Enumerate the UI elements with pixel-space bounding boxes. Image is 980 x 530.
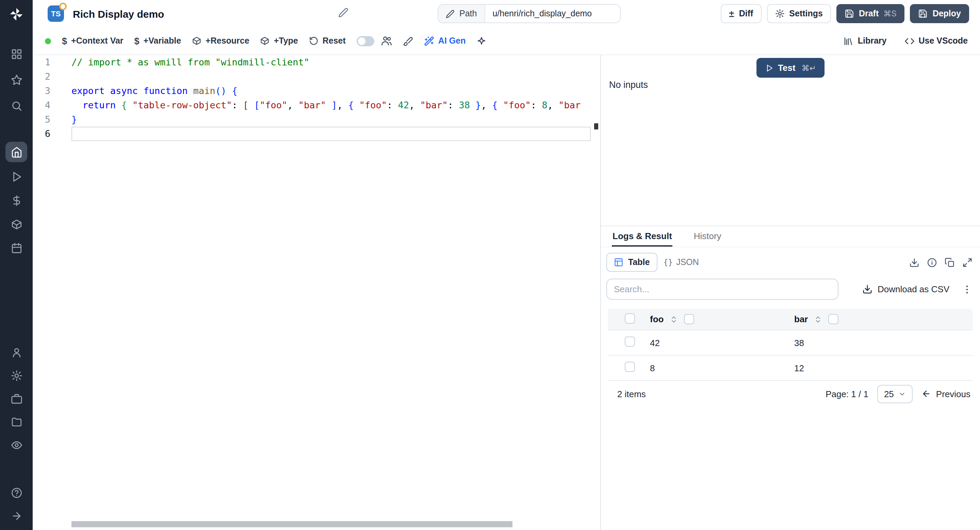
typescript-badge: TS: [48, 5, 64, 22]
add-context-var-button[interactable]: $ +Context Var: [62, 36, 124, 46]
more-options-icon[interactable]: [962, 284, 972, 295]
select-all-checkbox[interactable]: [625, 313, 635, 323]
gutter: 123456: [33, 55, 50, 141]
cell-foo: 8: [640, 363, 785, 373]
horizontal-scrollbar[interactable]: [72, 521, 512, 527]
table-row[interactable]: 8 12: [608, 356, 972, 381]
add-resource-button[interactable]: +Resource: [192, 36, 250, 46]
edit-summary-icon[interactable]: [338, 8, 348, 18]
path-control[interactable]: Path u/henri/rich_display_demo: [438, 4, 620, 23]
vscode-icon: [904, 36, 914, 46]
ai-gen-button[interactable]: AI Gen: [424, 36, 466, 46]
wand-icon: [424, 36, 434, 46]
apps-icon[interactable]: [5, 44, 27, 64]
reset-icon: [309, 36, 318, 46]
view-toggle-table[interactable]: Table: [606, 253, 657, 272]
test-button[interactable]: Test ⌘↵: [756, 58, 825, 78]
add-variable-button[interactable]: $ +Variable: [134, 36, 181, 46]
favorites-star-icon[interactable]: [5, 69, 27, 90]
diff-label: Diff: [739, 9, 753, 18]
result-table: foo bar: [608, 309, 972, 407]
path-label: Path: [460, 9, 477, 18]
sort-icon[interactable]: [670, 315, 678, 323]
search-icon[interactable]: [5, 95, 27, 116]
sidebar-item-settings[interactable]: [5, 365, 27, 386]
code-editor[interactable]: 123456 // import * as wmill from "windmi…: [33, 55, 601, 530]
code-line[interactable]: [72, 127, 591, 141]
reset-button[interactable]: Reset: [309, 36, 346, 46]
previous-page-button[interactable]: Previous: [922, 389, 970, 399]
download-csv-button[interactable]: Download as CSV: [862, 284, 950, 294]
table-icon: [614, 257, 624, 267]
page-title: Rich Display demo: [73, 8, 164, 19]
code-line[interactable]: return { "table-row-object": [ ["foo", "…: [72, 98, 591, 112]
sidebar-item-users[interactable]: [5, 342, 27, 362]
sidebar-item-workers[interactable]: [5, 388, 27, 409]
download-icon: [862, 284, 872, 294]
expand-sidebar-icon[interactable]: [5, 506, 27, 526]
users-icon[interactable]: [381, 35, 392, 46]
tab-history[interactable]: History: [693, 226, 722, 247]
topbar: TS Rich Display demo Path u/henri/rich_d…: [33, 0, 980, 27]
lang-badge-dot: [59, 3, 67, 10]
path-edit-button[interactable]: Path: [438, 5, 485, 22]
results-body: Table {} JSON: [601, 247, 980, 407]
format-brush-icon[interactable]: [403, 36, 413, 46]
search-input[interactable]: [606, 279, 838, 300]
library-button[interactable]: Library: [843, 36, 887, 46]
help-icon[interactable]: [5, 482, 27, 503]
json-braces-icon: {}: [663, 257, 673, 267]
expand-icon[interactable]: [962, 257, 972, 267]
sidebar-item-folders[interactable]: [5, 412, 27, 432]
windmill-logo-icon[interactable]: [9, 7, 24, 22]
code-line[interactable]: }: [72, 112, 591, 127]
row-checkbox[interactable]: [625, 337, 635, 347]
sparkles-icon[interactable]: [476, 36, 487, 46]
page-indicator: Page: 1 / 1: [826, 389, 869, 399]
gear-icon: [775, 9, 784, 18]
code-line[interactable]: export async function main() {: [72, 84, 591, 98]
line-number: 5: [33, 112, 50, 127]
add-type-label: +Type: [274, 36, 298, 46]
line-number: 3: [33, 84, 50, 98]
info-icon[interactable]: [927, 257, 937, 267]
tab-logs-result[interactable]: Logs & Result: [612, 226, 673, 247]
view-toggle-json-label: JSON: [676, 257, 699, 267]
row-checkbox[interactable]: [625, 362, 635, 372]
sidebar-item-home[interactable]: [5, 142, 27, 162]
code-line[interactable]: [72, 69, 591, 84]
sidebar-item-resources[interactable]: [5, 214, 27, 234]
column-checkbox-foo[interactable]: [684, 314, 694, 324]
table-header-row: foo bar: [608, 309, 972, 330]
sort-icon[interactable]: [814, 315, 822, 323]
chevron-down-icon: [899, 390, 906, 398]
no-inputs-text: No inputs: [609, 80, 648, 90]
sidebar-item-variables[interactable]: [5, 190, 27, 211]
line-number: 2: [33, 69, 50, 84]
download-icon[interactable]: [909, 257, 920, 267]
path-value[interactable]: u/henri/rich_display_demo: [485, 5, 620, 22]
add-variable-label: +Variable: [143, 36, 181, 46]
settings-button[interactable]: Settings: [767, 4, 831, 23]
page-size-select[interactable]: 25: [877, 385, 913, 403]
column-checkbox-bar[interactable]: [828, 314, 838, 324]
code-lines[interactable]: // import * as wmill from "windmill-clie…: [72, 55, 591, 520]
table-row[interactable]: 42 38: [608, 330, 972, 356]
run-panel: Test ⌘↵ No inputs Logs & Result History …: [601, 55, 980, 530]
download-csv-label: Download as CSV: [878, 284, 950, 294]
use-vscode-button[interactable]: Use VScode: [904, 36, 968, 46]
deploy-button[interactable]: Deploy: [910, 4, 969, 23]
code-line[interactable]: // import * as wmill from "windmill-clie…: [72, 55, 591, 69]
sidebar-item-schedules[interactable]: [5, 238, 27, 258]
copy-icon[interactable]: [945, 257, 955, 267]
add-type-button[interactable]: +Type: [260, 36, 298, 46]
plus-minus-icon: ±: [729, 9, 734, 18]
typescript-badge-label: TS: [51, 10, 60, 18]
sidebar-item-audit-logs[interactable]: [5, 435, 27, 455]
share-toggle[interactable]: [356, 36, 374, 46]
reset-label: Reset: [323, 36, 346, 46]
diff-button[interactable]: ± Diff: [721, 4, 761, 23]
draft-button[interactable]: Draft ⌘S: [837, 4, 905, 23]
sidebar-item-runs[interactable]: [5, 166, 27, 187]
view-toggle-json[interactable]: {} JSON: [657, 253, 705, 272]
